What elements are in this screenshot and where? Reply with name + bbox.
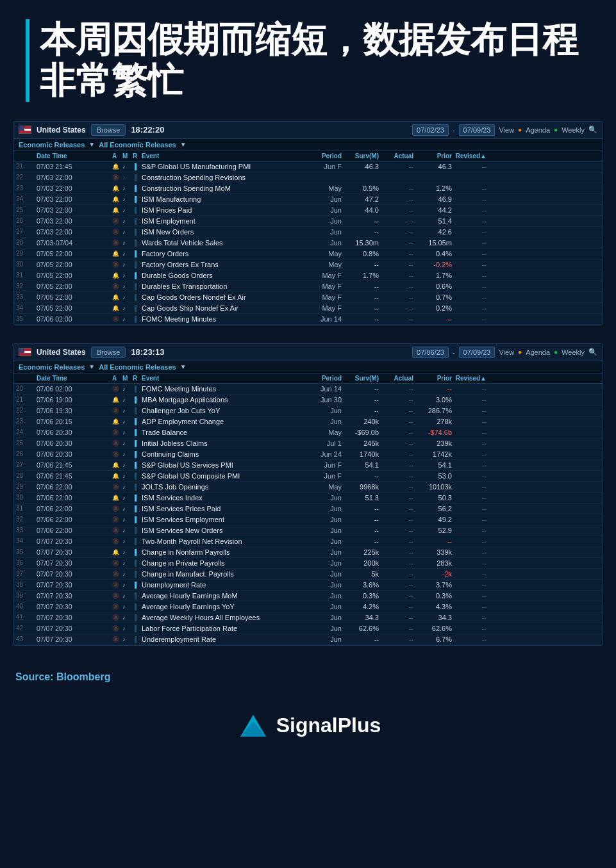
bell-icon[interactable]: ♪ <box>122 603 133 610</box>
weekly-label-2[interactable]: Weekly <box>562 348 585 356</box>
alarm-icon[interactable]: 🔕 <box>112 505 122 512</box>
chart-bar-icon[interactable]: ▐ <box>133 527 142 534</box>
chart-bar-icon[interactable]: ▐ <box>133 294 142 300</box>
alarm-icon[interactable]: 🔕 <box>112 407 122 414</box>
chart-bar-icon[interactable]: ▐ <box>133 451 142 457</box>
alarm-icon[interactable]: 🔕 <box>112 571 122 577</box>
chart-bar-icon[interactable]: ▐ <box>133 229 142 235</box>
bell-icon[interactable]: ♪ <box>122 429 133 436</box>
bell-icon[interactable]: ♪ <box>122 316 133 322</box>
alarm-icon[interactable]: 🔕 <box>112 218 122 224</box>
bell-icon[interactable]: ♪ <box>122 571 133 577</box>
bell-icon[interactable]: ♪ <box>122 451 133 457</box>
alarm-icon[interactable]: 🔔 <box>112 495 122 501</box>
chart-bar-icon[interactable]: ▐ <box>133 386 142 392</box>
search-icon-2[interactable]: 🔍 <box>588 348 597 356</box>
bell-icon[interactable]: ♪ <box>122 527 133 534</box>
bell-icon[interactable]: ♪ <box>122 196 133 202</box>
bell-icon[interactable]: ♪ <box>122 261 133 268</box>
chart-bar-icon[interactable]: ▐ <box>133 397 142 403</box>
category-dropdown-1[interactable]: ▼ <box>88 141 95 148</box>
chart-bar-icon[interactable]: ▐ <box>133 272 142 279</box>
chart-bar-icon[interactable]: ▐ <box>133 185 142 192</box>
alarm-icon[interactable]: 🔔 <box>112 473 122 479</box>
all-label-2[interactable]: All Economic Releases <box>99 363 176 371</box>
alarm-icon[interactable]: 🔔 <box>112 185 122 192</box>
date-start-1[interactable]: 07/02/23 <box>412 124 449 136</box>
browse-button-2[interactable]: Browse <box>91 347 126 358</box>
alarm-icon[interactable]: 🔕 <box>112 229 122 235</box>
chart-bar-icon[interactable]: ▐ <box>133 516 142 523</box>
alarm-icon[interactable]: 🔔 <box>112 294 122 300</box>
bell-icon[interactable]: ♪ <box>122 582 133 588</box>
all-dropdown-2[interactable]: ▼ <box>180 363 187 370</box>
date-end-1[interactable]: 07/09/23 <box>459 124 495 136</box>
agenda-label-1[interactable]: Agenda <box>526 126 550 134</box>
chart-bar-icon[interactable]: ▐ <box>133 593 142 599</box>
bell-icon[interactable]: ♪ <box>122 593 133 599</box>
alarm-icon[interactable]: 🔔 <box>112 163 122 170</box>
alarm-icon[interactable]: 🔕 <box>112 603 122 610</box>
alarm-icon[interactable]: 🔕 <box>112 560 122 566</box>
chart-bar-icon[interactable]: ▐ <box>133 582 142 588</box>
chart-bar-icon[interactable]: ▐ <box>133 240 142 246</box>
bell-icon[interactable]: ♪ <box>122 229 133 235</box>
alarm-icon[interactable]: 🔕 <box>112 593 122 599</box>
alarm-icon[interactable]: 🔕 <box>112 625 122 632</box>
alarm-icon[interactable]: 🔕 <box>112 451 122 457</box>
bell-icon[interactable]: ♪ <box>122 294 133 300</box>
alarm-icon[interactable]: 🔕 <box>112 516 122 523</box>
chart-bar-icon[interactable]: ▐ <box>133 316 142 322</box>
alarm-icon[interactable]: 🔕 <box>112 636 122 643</box>
chart-bar-icon[interactable]: ▐ <box>133 196 142 202</box>
bell-icon[interactable]: ♪ <box>122 625 133 632</box>
agenda-label-2[interactable]: Agenda <box>526 348 550 356</box>
bell-icon[interactable]: ♪ <box>122 440 133 446</box>
bell-icon[interactable]: ♪ <box>122 495 133 501</box>
chart-bar-icon[interactable]: ▐ <box>133 174 142 181</box>
chart-bar-icon[interactable]: ▐ <box>133 429 142 436</box>
chart-bar-icon[interactable]: ▐ <box>133 603 142 610</box>
browse-button-1[interactable]: Browse <box>91 124 126 136</box>
bell-icon[interactable]: ♪ <box>122 462 133 468</box>
chart-bar-icon[interactable]: ▐ <box>133 505 142 512</box>
chart-bar-icon[interactable]: ▐ <box>133 538 142 545</box>
alarm-icon[interactable]: 🔔 <box>112 305 122 311</box>
alarm-icon[interactable]: 🔕 <box>112 582 122 588</box>
chart-bar-icon[interactable]: ▐ <box>133 571 142 577</box>
chart-bar-icon[interactable]: ▐ <box>133 614 142 621</box>
category-dropdown-2[interactable]: ▼ <box>88 363 95 370</box>
alarm-icon[interactable]: 🔕 <box>112 283 122 290</box>
category-label-1[interactable]: Economic Releases <box>19 141 85 149</box>
alarm-icon[interactable]: 🔕 <box>112 484 122 490</box>
chart-bar-icon[interactable]: ▐ <box>133 560 142 566</box>
chart-bar-icon[interactable]: ▐ <box>133 549 142 555</box>
alarm-icon[interactable]: 🔔 <box>112 549 122 555</box>
chart-bar-icon[interactable]: ▐ <box>133 484 142 490</box>
alarm-icon[interactable]: 🔔 <box>112 397 122 403</box>
bell-icon[interactable]: ♪ <box>122 516 133 523</box>
category-label-2[interactable]: Economic Releases <box>19 363 85 371</box>
alarm-icon[interactable]: 🔕 <box>112 440 122 446</box>
alarm-icon[interactable]: 🔕 <box>112 614 122 621</box>
bell-icon[interactable]: ♪ <box>122 418 133 425</box>
bell-icon[interactable]: ♪ <box>122 218 133 224</box>
alarm-icon[interactable]: 🔔 <box>112 250 122 257</box>
chart-bar-icon[interactable]: ▐ <box>133 163 142 170</box>
bell-icon[interactable]: ♪ <box>122 305 133 311</box>
weekly-label-1[interactable]: Weekly <box>562 126 585 134</box>
bell-icon[interactable]: ♪ <box>122 549 133 555</box>
chart-bar-icon[interactable]: ▐ <box>133 218 142 224</box>
alarm-icon[interactable]: 🔕 <box>112 261 122 268</box>
search-icon-1[interactable]: 🔍 <box>588 126 597 134</box>
alarm-icon[interactable]: 🔔 <box>112 462 122 468</box>
bell-icon[interactable]: ♪ <box>122 538 133 545</box>
alarm-icon[interactable]: 🔕 <box>112 316 122 322</box>
bell-icon[interactable]: ♪ <box>122 614 133 621</box>
alarm-icon[interactable]: 🔕 <box>112 240 122 246</box>
alarm-icon[interactable]: 🔕 <box>112 527 122 534</box>
alarm-icon[interactable]: 🔕 <box>112 429 122 436</box>
chart-bar-icon[interactable]: ▐ <box>133 440 142 446</box>
bell-icon[interactable]: ♪ <box>122 407 133 414</box>
chart-bar-icon[interactable]: ▐ <box>133 473 142 479</box>
